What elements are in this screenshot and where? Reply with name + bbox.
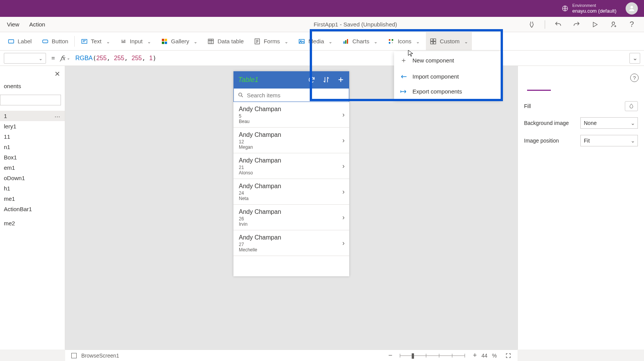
play-icon[interactable]	[590, 19, 600, 30]
avatar[interactable]	[626, 2, 638, 15]
add-icon[interactable]	[337, 76, 345, 84]
redo-icon[interactable]	[571, 19, 582, 30]
environment-value: enayu.com (default)	[572, 8, 616, 14]
item-name: Andy Champan	[239, 234, 344, 241]
search-input[interactable]	[247, 92, 345, 98]
ribbon-text[interactable]: Text	[77, 32, 114, 50]
search-bar[interactable]	[233, 88, 349, 102]
svg-point-1	[631, 6, 633, 8]
menu-import-component[interactable]: Import component	[394, 69, 501, 84]
tree-item[interactable]: oDown1	[0, 173, 65, 183]
insert-ribbon: Label Button Text Input Gallery Data tab…	[0, 32, 644, 51]
chevron-right-icon[interactable]: ›	[342, 213, 345, 222]
screen-checkbox[interactable]	[71, 353, 77, 358]
list-item[interactable]: Andy Champan 27 Mechelle ›	[233, 230, 349, 256]
chevron-right-icon[interactable]: ›	[342, 239, 345, 247]
fullscreen-icon[interactable]	[505, 353, 511, 359]
formula-input[interactable]: RGBA(255, 255, 255, 1)	[75, 54, 624, 62]
zoom-out-button[interactable]: −	[388, 351, 393, 359]
svg-rect-5	[82, 39, 87, 43]
item-name: Andy Champan	[239, 106, 344, 113]
menu-view[interactable]: View	[7, 21, 19, 28]
tree-item[interactable]: em1	[0, 162, 65, 173]
chevron-right-icon[interactable]: ›	[342, 111, 345, 119]
ribbon-button[interactable]: Button	[38, 32, 72, 50]
chevron-down-icon	[327, 38, 332, 44]
chevron-down-icon	[283, 38, 288, 44]
item-line2: 26	[239, 216, 344, 222]
svg-point-17	[389, 39, 391, 41]
environment-block[interactable]: Environment enayu.com (default)	[562, 3, 616, 14]
ribbon-media[interactable]: Media	[294, 32, 336, 50]
tree-item[interactable]: 11	[0, 131, 65, 142]
svg-rect-4	[43, 40, 48, 43]
menu-export-components[interactable]: Export components	[394, 84, 501, 99]
tree-item[interactable]: me1	[0, 194, 65, 204]
chevron-down-icon	[105, 38, 110, 44]
ribbon-label[interactable]: Label	[4, 32, 36, 50]
equals-sign: =	[51, 55, 55, 62]
list-item[interactable]: Andy Champan 5 Beau ›	[233, 102, 349, 128]
tree-item[interactable]: n1	[0, 142, 65, 152]
prop-fill-label: Fill	[524, 103, 531, 109]
sort-icon[interactable]	[322, 76, 330, 84]
chevron-right-icon[interactable]: ›	[342, 162, 345, 170]
zoom-slider[interactable]	[400, 355, 465, 356]
tree-item[interactable]: me2	[0, 218, 65, 228]
tree-item-selected[interactable]: 1 ⋯	[0, 111, 65, 121]
zoom-in-button[interactable]: +	[473, 351, 477, 359]
tree-item[interactable]: lery1	[0, 121, 65, 131]
undo-icon[interactable]	[553, 19, 564, 30]
help-icon[interactable]: ?	[626, 19, 637, 30]
item-line3: Beau	[239, 119, 344, 124]
tree-search-input[interactable]	[0, 95, 61, 105]
bg-image-select[interactable]: None ⌄	[580, 117, 638, 129]
list-item[interactable]: Andy Champan 26 Irvin ›	[233, 205, 349, 230]
refresh-icon[interactable]	[308, 76, 315, 84]
property-select[interactable]	[4, 53, 46, 64]
fx-icon[interactable]: 𝑓x⌄	[60, 54, 70, 62]
svg-rect-8	[162, 41, 164, 44]
fill-color-button[interactable]	[625, 101, 638, 111]
svg-rect-6	[162, 39, 164, 41]
formula-expand[interactable]: ⌄	[629, 53, 640, 64]
canvas[interactable]: Table1 Andy Champan 5 Beau › Andy Champa…	[65, 66, 518, 350]
chevron-right-icon[interactable]: ›	[342, 136, 345, 144]
zoom-percent: %	[492, 353, 497, 359]
item-line3: Alonso	[239, 170, 344, 176]
list-item[interactable]: Andy Champan 24 Neta ›	[233, 179, 349, 205]
ribbon-data-table[interactable]: Data table	[204, 32, 247, 50]
svg-rect-14	[343, 41, 345, 44]
health-icon[interactable]	[526, 19, 537, 30]
list-item[interactable]: Andy Champan 12 Megan ›	[233, 128, 349, 153]
tree-item[interactable]	[0, 214, 65, 218]
svg-rect-3	[8, 39, 14, 43]
menu-action[interactable]: Action	[29, 21, 45, 28]
screen-title: Table1	[238, 76, 258, 84]
img-pos-select[interactable]: Fit ⌄	[580, 135, 638, 146]
svg-rect-15	[345, 40, 347, 44]
ribbon-gallery[interactable]: Gallery	[157, 32, 202, 50]
ribbon-input[interactable]: Input	[116, 32, 155, 50]
more-icon[interactable]: ⋯	[54, 113, 61, 120]
tree-item[interactable]: Box1	[0, 152, 65, 162]
ribbon-icons[interactable]: + Icons	[384, 32, 424, 50]
tree-item[interactable]	[0, 228, 65, 232]
list-item[interactable]: Andy Champan 21 Alonso ›	[233, 153, 349, 179]
close-icon[interactable]: ✕	[54, 70, 60, 78]
ribbon-charts[interactable]: Charts	[338, 32, 381, 50]
ribbon-custom[interactable]: Custom	[426, 32, 472, 50]
svg-rect-23	[431, 41, 433, 44]
chevron-down-icon	[463, 38, 468, 44]
svg-point-19	[389, 42, 391, 44]
info-icon[interactable]: ?	[630, 74, 639, 82]
tree-item[interactable]: h1	[0, 183, 65, 194]
chevron-down-icon: ⌄	[631, 138, 635, 144]
gallery-list[interactable]: Andy Champan 5 Beau › Andy Champan 12 Me…	[233, 102, 349, 276]
ribbon-forms[interactable]: Forms	[250, 32, 292, 50]
formula-bar: = 𝑓x⌄ RGBA(255, 255, 255, 1) ⌄	[0, 51, 644, 66]
tree-item[interactable]: ActionBar1	[0, 204, 65, 214]
chevron-right-icon[interactable]: ›	[342, 188, 345, 196]
share-icon[interactable]	[608, 19, 619, 30]
menu-new-component[interactable]: ＋ New component	[394, 51, 501, 69]
